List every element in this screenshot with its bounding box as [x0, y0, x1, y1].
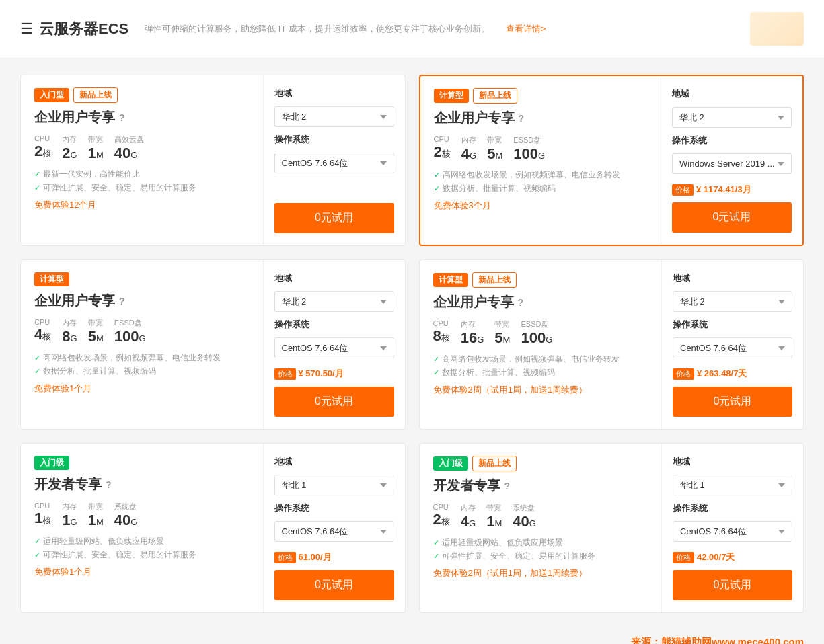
help-icon[interactable]: ? — [106, 479, 112, 490]
spec-value: 2核 — [34, 143, 51, 160]
spec-label: 高效云盘 — [114, 134, 144, 145]
spec-value: 2核 — [433, 511, 450, 528]
footer-banner: 来源：熊猫辅助网www.mece400.com — [0, 629, 824, 644]
tag-新品上线: 新品上线 — [73, 87, 118, 103]
spec-value: 40G — [114, 512, 138, 529]
spec-label: ESSD盘 — [513, 135, 545, 145]
spec-value: 16G — [461, 329, 484, 347]
os-select-2[interactable]: Windows Server 2019 ... — [672, 153, 792, 174]
trial-text-5[interactable]: 免费体验1个月 — [34, 566, 250, 578]
region-label-6: 地域 — [673, 456, 792, 468]
card-right-5: 地域华北 1操作系统CentOS 7.6 64位价格61.00/月0元试用 — [264, 444, 405, 612]
features-4: 高网络包收发场景，例如视频弹幕、电信业务转发数据分析、批量计算、视频编码 — [433, 354, 648, 378]
os-select-4[interactable]: CentOS 7.6 64位 — [673, 337, 792, 358]
spec-高效云盘: 高效云盘 40G — [114, 134, 144, 162]
spec-带宽: 带宽 5M — [494, 319, 510, 347]
card-tags-5: 入门级 — [34, 456, 250, 470]
spec-label: 带宽 — [88, 318, 104, 328]
tag-新品上线: 新品上线 — [473, 88, 517, 104]
region-select-2[interactable]: 华北 2 — [672, 107, 792, 128]
region-select-3[interactable]: 华北 2 — [274, 291, 394, 312]
os-select-5[interactable]: CentOS 7.6 64位 — [274, 521, 394, 542]
help-icon[interactable]: ? — [119, 296, 125, 307]
region-select-6[interactable]: 华北 1 — [673, 475, 792, 495]
os-select-3[interactable]: CentOS 7.6 64位 — [274, 337, 394, 358]
card-left-5: 入门级开发者专享 ?CPU 1核内存 1G带宽 1M系统盘 40G适用轻量级网站… — [21, 444, 264, 612]
region-label-3: 地域 — [274, 272, 394, 284]
card-name-3: 企业用户专享 ? — [34, 292, 250, 310]
help-icon[interactable]: ? — [119, 112, 125, 123]
region-select-4[interactable]: 华北 2 — [673, 291, 792, 312]
spec-带宽: 带宽 1M — [88, 501, 104, 529]
spec-内存: 内存 2G — [62, 134, 77, 162]
price-badge: 价格 — [673, 552, 694, 563]
os-select-1[interactable]: CentOS 7.6 64位 — [274, 153, 394, 173]
spec-内存: 内存 16G — [461, 319, 484, 347]
os-label-2: 操作系统 — [672, 134, 792, 147]
header-link[interactable]: 查看详情> — [506, 23, 546, 35]
trial-text-3[interactable]: 免费体验1个月 — [34, 383, 250, 395]
help-icon[interactable]: ? — [519, 113, 525, 124]
price-badge: 价格 — [274, 368, 296, 380]
header-desc: 弹性可伸缩的计算服务，助您降低 IT 成本，提升运维效率，使您更专注于核心业务创… — [145, 23, 490, 35]
price-row-4: 价格¥ 263.48/7天 — [673, 368, 792, 380]
os-label-1: 操作系统 — [274, 134, 394, 146]
card-tags-6: 入门级新品上线 — [433, 456, 648, 471]
spec-value: 4G — [461, 145, 476, 163]
try-button-3[interactable]: 0元试用 — [274, 387, 394, 417]
try-button-6[interactable]: 0元试用 — [673, 570, 792, 600]
spec-label: ESSD盘 — [114, 318, 146, 328]
help-icon[interactable]: ? — [504, 481, 511, 491]
features-1: 最新一代实例，高性能价比可弹性扩展、安全、稳定、易用的计算服务 — [34, 169, 250, 194]
spec-value: 2G — [62, 145, 77, 162]
help-icon[interactable]: ? — [518, 297, 524, 308]
spec-label: 内存 — [461, 135, 476, 145]
trial-text-4[interactable]: 免费体验2周（试用1周，加送1周续费） — [433, 384, 648, 396]
card-name-5: 开发者专享 ? — [34, 475, 250, 493]
spec-value: 4G — [461, 513, 476, 530]
try-button-2[interactable]: 0元试用 — [672, 202, 792, 233]
card-left-6: 入门级新品上线开发者专享 ?CPU 2核内存 4G带宽 1M系统盘 40G适用轻… — [420, 444, 663, 612]
spec-value: 5M — [88, 328, 104, 346]
card-right-2: 地域华北 2操作系统Windows Server 2019 ...价格¥ 117… — [661, 76, 802, 245]
try-button-1[interactable]: 0元试用 — [274, 203, 394, 233]
trial-text-6[interactable]: 免费体验2周（试用1周，加送1周续费） — [433, 567, 648, 579]
card-name-2: 企业用户专享 ? — [434, 109, 648, 127]
tag-入门级: 入门级 — [433, 456, 468, 471]
trial-text-2[interactable]: 免费体验3个月 — [434, 200, 648, 212]
spec-内存: 内存 4G — [461, 503, 476, 530]
spec-label: 内存 — [62, 134, 77, 145]
os-select-6[interactable]: CentOS 7.6 64位 — [673, 521, 792, 542]
tag-入门级: 入门级 — [34, 456, 69, 470]
ecs-icon: ☰ — [20, 20, 34, 38]
spec-label: 带宽 — [494, 319, 510, 329]
card-left-4: 计算型新品上线企业用户专享 ?CPU 8核内存 16G带宽 5MESSD盘 10… — [420, 260, 663, 429]
product-card-6: 入门级新品上线开发者专享 ?CPU 2核内存 4G带宽 1M系统盘 40G适用轻… — [419, 443, 804, 613]
spec-label: CPU — [34, 501, 51, 510]
spec-CPU: CPU 2核 — [434, 135, 451, 163]
spec-value: 1M — [88, 145, 104, 162]
os-label-4: 操作系统 — [673, 319, 792, 331]
spec-label: 系统盘 — [114, 501, 138, 512]
card-name-6: 开发者专享 ? — [433, 477, 648, 495]
feature-item: 可弹性扩展、安全、稳定、易用的计算服务 — [433, 551, 648, 562]
region-select-5[interactable]: 华北 1 — [274, 475, 394, 495]
spec-label: 内存 — [461, 319, 484, 329]
spec-CPU: CPU 4核 — [34, 318, 51, 346]
card-tags-3: 计算型 — [34, 272, 250, 286]
region-select-1[interactable]: 华北 2 — [274, 106, 394, 127]
feature-item: 数据分析、批量计算、视频编码 — [34, 366, 250, 377]
try-button-5[interactable]: 0元试用 — [274, 570, 394, 600]
feature-item: 适用轻量级网站、低负载应用场景 — [34, 536, 250, 547]
feature-item: 适用轻量级网站、低负载应用场景 — [433, 537, 648, 549]
price-text: 61.00/月 — [299, 551, 332, 563]
card-name-4: 企业用户专享 ? — [433, 293, 648, 311]
spec-label: 内存 — [461, 503, 476, 513]
card-name-1: 企业用户专享 ? — [34, 108, 250, 126]
specs-4: CPU 8核内存 16G带宽 5MESSD盘 100G — [433, 319, 648, 347]
try-button-4[interactable]: 0元试用 — [673, 387, 792, 417]
trial-text-1[interactable]: 免费体验12个月 — [34, 199, 250, 211]
spec-value: 1核 — [34, 510, 51, 527]
spec-label: 带宽 — [486, 503, 502, 513]
spec-label: 带宽 — [88, 134, 104, 145]
